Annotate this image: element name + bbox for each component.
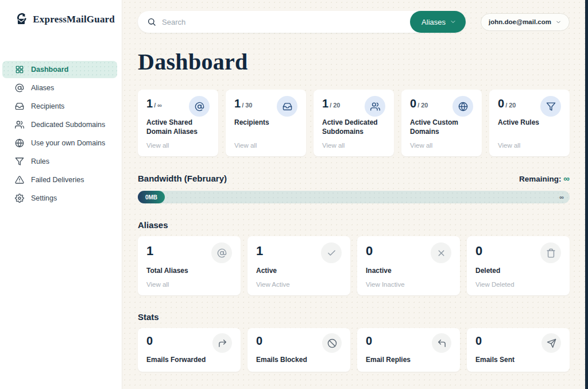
stats-cards: 0 Emails Forwarded 0 Emails Blocked 0 Em… [138,328,570,372]
card-label: Email Replies [366,355,451,364]
send-icon [541,333,561,353]
card-limit: / 20 [330,102,340,109]
card-limit: / ∞ [154,102,162,109]
card-label: Emails Forwarded [146,355,232,364]
aliases-section-title: Aliases [138,220,570,230]
card-label: Active Rules [498,118,561,127]
sidebar-item-label: Dedicated Subdomains [31,121,105,129]
view-all-link[interactable]: View all [146,281,232,288]
filter-icon [15,157,24,166]
users-icon [365,96,385,117]
card-value: 0 [410,97,416,110]
at-icon [211,242,232,263]
page-title: Dashboard [138,48,570,75]
card-label: Active [256,266,342,275]
card-label: Active Shared Domain Aliases [146,118,210,136]
at-icon [15,83,24,93]
filter-icon [540,96,561,117]
scrollbar[interactable] [585,0,588,389]
user-account-menu[interactable]: john.doe@mail.com [481,13,570,31]
overview-card-custom-domains: 0/ 20 Active Custom Domains View all [401,90,482,156]
globe-icon [452,96,473,117]
inbox-icon [277,96,297,117]
view-all-link[interactable]: View all [146,142,210,149]
sidebar-nav: Dashboard Aliases Recipients Dedicated S… [0,61,122,207]
card-label: Total Aliases [146,266,232,275]
view-all-link[interactable]: View all [234,142,297,149]
forward-arrow-icon [212,333,232,353]
blocked-icon [322,333,342,353]
sidebar-item-label: Recipients [31,102,64,110]
card-limit: / 30 [242,102,252,109]
card-label: Active Dedicated Subdomains [322,118,385,136]
view-active-link[interactable]: View Active [256,281,342,288]
sidebar: ExpressMailGuard Dashboard Aliases Recip… [0,0,122,389]
alias-card-total: 1 Total Aliases View all [138,236,241,295]
gear-icon [15,194,24,203]
mail-guard-logo-icon [14,9,28,30]
grid-icon [15,65,24,74]
view-inactive-link[interactable]: View Inactive [366,281,451,288]
users-icon [15,120,24,129]
card-value: 1 [146,244,153,259]
aliases-cards: 1 Total Aliases View all 1 Active View A… [138,236,570,295]
search-icon [147,17,156,26]
bandwidth-title: Bandwidth (February) [138,174,227,183]
x-icon [431,242,451,263]
card-value: 1 [256,244,263,259]
bandwidth-remaining: Remaining: ∞ [519,174,570,183]
sidebar-item-dedicated-subdomains[interactable]: Dedicated Subdomains [2,116,117,133]
view-deleted-link[interactable]: View Deleted [475,281,561,288]
alias-card-active: 1 Active View Active [247,236,350,295]
card-label: Deleted [475,266,561,275]
card-value: 0 [366,334,372,348]
sidebar-item-label: Rules [31,157,49,165]
search-scope-button[interactable]: Aliases [410,11,466,33]
card-value: 1 [322,97,328,110]
sidebar-item-label: Dashboard [31,66,68,74]
sidebar-item-label: Aliases [31,84,54,92]
overview-card-shared-aliases: 1/ ∞ Active Shared Domain Aliases View a… [138,90,218,156]
search-scope-label: Aliases [421,18,446,26]
card-value: 0 [256,334,262,348]
card-value: 0 [146,334,153,348]
sidebar-item-settings[interactable]: Settings [2,190,117,207]
card-label: Inactive [366,266,451,275]
card-limit: / 20 [505,102,516,109]
sidebar-item-aliases[interactable]: Aliases [2,79,117,97]
card-limit: / 20 [417,102,428,109]
alias-card-inactive: 0 Inactive View Inactive [357,236,460,295]
card-value: 1 [234,97,241,110]
view-all-link[interactable]: View all [410,142,473,149]
alert-triangle-icon [15,175,24,184]
sidebar-item-recipients[interactable]: Recipients [2,98,117,115]
card-value: 0 [475,334,482,348]
brand-logo[interactable]: ExpressMailGuard [0,0,122,37]
stat-card-sent: 0 Emails Sent [467,328,570,372]
app-window: ExpressMailGuard Dashboard Aliases Recip… [0,0,588,389]
sidebar-item-dashboard[interactable]: Dashboard [2,61,117,78]
card-value: 0 [366,244,373,259]
card-value: 1 [146,97,153,110]
bandwidth-used-pill: 0MB [138,191,165,203]
card-value: 0 [498,97,504,110]
trash-icon [540,242,561,263]
globe-icon [15,138,24,148]
sidebar-item-label: Use your own Domains [31,139,105,147]
main-content: Aliases john.doe@mail.com Dashboard 1/ ∞… [122,0,588,389]
sidebar-item-own-domains[interactable]: Use your own Domains [2,134,117,152]
sidebar-item-label: Failed Deliveries [31,176,84,184]
bandwidth-remaining-label: Remaining: [519,175,562,183]
inbox-icon [15,102,24,111]
overview-cards: 1/ ∞ Active Shared Domain Aliases View a… [138,90,570,156]
stat-card-forwarded: 0 Emails Forwarded [138,328,241,372]
view-all-link[interactable]: View all [322,142,385,149]
view-all-link[interactable]: View all [498,142,561,149]
card-value: 0 [475,244,482,259]
stat-card-blocked: 0 Emails Blocked [247,328,350,372]
bandwidth-header: Bandwidth (February) Remaining: ∞ [138,174,570,183]
sidebar-item-failed-deliveries[interactable]: Failed Deliveries [2,171,117,188]
card-label: Recipients [234,118,297,127]
sidebar-item-rules[interactable]: Rules [2,153,117,170]
card-label: Emails Blocked [256,355,342,364]
